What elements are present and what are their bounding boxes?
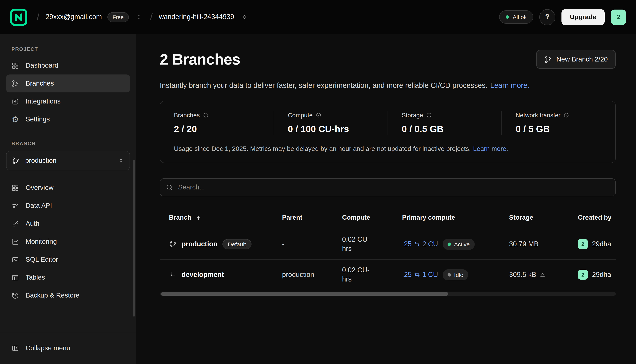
table-horizontal-scrollbar xyxy=(160,292,616,296)
project-breadcrumb[interactable]: wandering-hill-24344939 xyxy=(159,13,234,21)
table-row-development[interactable]: development production 0.02 CU-hrs .25 1… xyxy=(160,260,616,290)
metric-label: Network transfer xyxy=(516,112,560,118)
primary-compute-link[interactable]: .25 1 CU xyxy=(402,270,438,279)
gear-icon: ⚙ xyxy=(12,116,19,123)
usage-learn-more-link[interactable]: Learn more. xyxy=(473,145,508,152)
search-icon xyxy=(166,184,173,191)
metric-label: Storage xyxy=(402,112,423,118)
sidebar-item-label: Overview xyxy=(26,184,54,192)
integrations-icon xyxy=(12,98,19,105)
sidebar-item-label: Monitoring xyxy=(26,238,57,246)
table-icon xyxy=(12,274,19,281)
sidebar-item-auth[interactable]: Auth xyxy=(6,215,130,232)
page-header: 2 Branches New Branch 2/20 xyxy=(160,50,616,69)
branch-selector[interactable]: production xyxy=(6,151,130,170)
status-dot-icon xyxy=(506,15,509,19)
sidebar-item-monitoring[interactable]: Monitoring xyxy=(6,232,130,250)
collapse-menu-button[interactable]: Collapse menu xyxy=(6,339,130,357)
project-switcher-button[interactable] xyxy=(239,12,249,22)
sidebar-item-data-api[interactable]: Data API xyxy=(6,197,130,215)
storage-cell: 309.5 kB xyxy=(509,270,536,279)
column-header-storage[interactable]: Storage xyxy=(509,214,578,222)
primary-compute-link[interactable]: .25 2 CU xyxy=(402,240,438,248)
compute-cell: 0.02 CU-hrs xyxy=(342,266,376,284)
column-header-primary-compute[interactable]: Primary compute xyxy=(402,214,509,222)
system-status-pill[interactable]: All ok xyxy=(499,10,533,24)
collapse-panel-icon xyxy=(12,344,19,352)
terminal-icon xyxy=(12,256,19,263)
sidebar-item-label: Settings xyxy=(26,115,50,123)
column-header-created-by[interactable]: Created by xyxy=(578,214,616,222)
branch-name[interactable]: production xyxy=(182,240,218,248)
metric-label: Compute xyxy=(288,112,313,118)
sidebar-item-branches[interactable]: Branches xyxy=(6,74,130,92)
page-title: 2 Branches xyxy=(160,51,240,68)
metric-branches: Branches 2 / 20 xyxy=(160,111,274,135)
usage-note-text: Usage since Dec 1, 2025. Metrics may be … xyxy=(174,145,471,152)
branch-name[interactable]: development xyxy=(182,270,224,279)
creator-name: 29dha xyxy=(592,270,611,279)
sidebar-item-label: Backup & Restore xyxy=(26,292,80,300)
topbar: / 29xxx@gmail.com Free / wandering-hill-… xyxy=(0,0,636,34)
sidebar-item-label: Auth xyxy=(26,220,39,228)
info-icon[interactable] xyxy=(426,112,432,118)
history-clock-icon xyxy=(12,292,19,299)
sidebar-item-sql-editor[interactable]: SQL Editor xyxy=(6,250,130,268)
table-row-production[interactable]: production Default - 0.02 CU-hrs .25 2 C… xyxy=(160,229,616,260)
compute-status-badge: Active xyxy=(443,238,475,250)
sidebar-item-dashboard[interactable]: Dashboard xyxy=(6,56,130,74)
autoscale-arrows-icon xyxy=(414,241,420,247)
upgrade-button[interactable]: Upgrade xyxy=(561,9,605,25)
sidebar-collapse-section: Collapse menu xyxy=(0,333,136,364)
parent-cell: - xyxy=(282,240,342,248)
sidebar-item-label: Branches xyxy=(26,80,54,88)
branch-selector-value: production xyxy=(25,156,56,164)
table-header-row: Branch Parent Compute Primary compute St… xyxy=(160,207,616,229)
chevron-up-down-icon xyxy=(241,14,248,20)
branches-table: Branch Parent Compute Primary compute St… xyxy=(160,207,616,290)
parent-cell: production xyxy=(282,270,342,279)
search-input[interactable] xyxy=(178,183,610,191)
compute-cell: 0.02 CU-hrs xyxy=(342,235,376,254)
main-content: 2 Branches New Branch 2/20 Instantly bra… xyxy=(136,34,636,364)
metric-value: 0 / 100 CU-hrs xyxy=(288,124,374,134)
status-label: All ok xyxy=(513,14,527,20)
sidebar-item-settings[interactable]: ⚙ Settings xyxy=(6,110,130,128)
new-branch-button[interactable]: New Branch 2/20 xyxy=(536,50,616,69)
sidebar-item-label: Tables xyxy=(26,274,45,282)
sidebar-item-backup-restore[interactable]: Backup & Restore xyxy=(6,286,130,304)
account-breadcrumb[interactable]: 29xxx@gmail.com xyxy=(46,13,102,21)
sliders-icon xyxy=(12,202,19,210)
sort-arrow-up-icon xyxy=(195,214,202,221)
column-header-parent[interactable]: Parent xyxy=(282,214,342,222)
column-header-compute[interactable]: Compute xyxy=(342,214,402,222)
metric-label: Branches xyxy=(174,112,200,118)
plan-badge: Free xyxy=(107,12,129,22)
creator-avatar: 2 xyxy=(578,270,588,280)
chevron-up-down-icon xyxy=(136,14,142,20)
info-icon[interactable] xyxy=(563,112,569,118)
sidebar-item-label: Dashboard xyxy=(26,62,58,70)
learn-more-link[interactable]: Learn more. xyxy=(490,81,529,90)
column-header-branch[interactable]: Branch xyxy=(160,214,282,222)
topbar-right: All ok ? Upgrade 2 xyxy=(499,9,626,25)
table-scrollbar-thumb[interactable] xyxy=(161,292,448,296)
notification-badge[interactable]: 2 xyxy=(611,9,626,25)
account-switcher-button[interactable] xyxy=(134,12,144,22)
sidebar-item-overview[interactable]: Overview xyxy=(6,179,130,197)
sidebar-scrollbar[interactable] xyxy=(133,160,135,317)
breadcrumb-separator: / xyxy=(36,11,40,23)
project-section-label: PROJECT xyxy=(6,46,130,52)
neon-logo[interactable] xyxy=(10,8,28,26)
sidebar-item-integrations[interactable]: Integrations xyxy=(6,92,130,110)
metric-network-transfer: Network transfer 0 / 5 GB xyxy=(501,111,615,135)
creator-name: 29dha xyxy=(592,240,611,248)
grid-icon xyxy=(12,62,19,69)
info-icon[interactable] xyxy=(316,112,321,118)
help-button[interactable]: ? xyxy=(539,9,555,25)
sidebar-item-tables[interactable]: Tables xyxy=(6,268,130,286)
git-branch-icon xyxy=(12,157,20,164)
info-icon[interactable] xyxy=(203,112,209,118)
git-branch-icon xyxy=(169,240,177,248)
metric-value: 0 / 5 GB xyxy=(516,124,601,134)
